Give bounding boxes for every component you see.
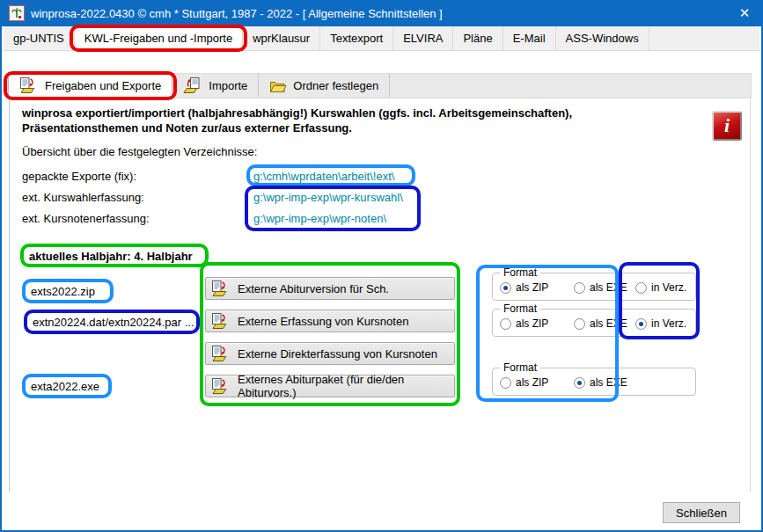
radio-circle[interactable] — [574, 318, 585, 330]
current-semester-label: aktuelles Halbjahr: 4. Halbjahr — [29, 250, 193, 263]
file-dat-par-label: extn20224.dat/extn20224.par ... — [33, 316, 194, 329]
sub-tab-bar: Freigaben und Exporte Importe — [7, 73, 752, 98]
format-legend: Format — [500, 266, 540, 279]
dir-label-kurswahl: ext. Kurswahlerfassung: — [22, 191, 144, 204]
export-direkterfassung-button[interactable]: Externe Direkterfassung von Kursnoten — [205, 342, 455, 365]
menu-tab-plaene[interactable]: Pläne — [453, 26, 503, 50]
export-icon — [211, 313, 231, 330]
export-abiturpaket-button[interactable]: Externes Abiturpaket (für die/den Abitur… — [205, 375, 455, 397]
file-exe-label: exta2022.exe — [31, 380, 99, 393]
radio-in-verz[interactable]: in Verz. — [635, 317, 686, 330]
menu-tab-kwl-freigaben[interactable]: KWL-Freigaben und -Importe — [75, 26, 243, 50]
radio-als-zip[interactable]: als ZIP — [500, 281, 548, 294]
menu-tab-bar: gp-UNTIS KWL-Freigaben und -Importe wprK… — [4, 26, 759, 51]
format-group-1: Format als ZIP als EXE in Verz. — [492, 273, 696, 301]
intro-text: winprosa exportiert/importiert (halbjahr… — [22, 106, 572, 135]
dir-label-exports: gepackte Exporte (fix): — [22, 170, 136, 183]
title-bar: winprosa-2022.0430 © cmh * Stuttgart, 19… — [2, 0, 763, 26]
app-window: winprosa-2022.0430 © cmh * Stuttgart, 19… — [0, 0, 763, 532]
export-abiturversion-button[interactable]: Externe Abiturversion für Sch. — [205, 277, 455, 300]
radio-circle[interactable] — [574, 377, 585, 389]
radio-als-exe[interactable]: als EXE — [574, 317, 627, 330]
import-icon — [183, 77, 202, 94]
radio-als-exe[interactable]: als EXE — [574, 376, 627, 389]
menu-tab-textexport[interactable]: Textexport — [320, 26, 393, 50]
radio-in-verz[interactable]: in Verz. — [635, 281, 686, 294]
format-group-3: Format als ZIP als EXE — [492, 368, 696, 396]
format-legend: Format — [500, 302, 540, 315]
menu-tab-gp-untis[interactable]: gp-UNTIS — [4, 26, 75, 50]
radio-circle[interactable] — [500, 377, 511, 389]
close-icon[interactable]: ✕ — [731, 5, 758, 21]
menu-tab-email[interactable]: E-Mail — [503, 26, 556, 50]
export-icon — [211, 346, 231, 362]
tab-freigaben-und-exporte[interactable]: Freigaben und Exporte — [8, 74, 172, 98]
export-icon — [211, 378, 231, 395]
overview-heading: Übersicht über die festgelegten Verzeich… — [22, 145, 257, 158]
radio-als-zip[interactable]: als ZIP — [500, 376, 548, 389]
export-icon — [211, 281, 231, 297]
radio-circle[interactable] — [500, 282, 511, 294]
dir-label-kursnoten: ext. Kursnotenerfassung: — [22, 212, 150, 225]
tab-ordner-festlegen[interactable]: Ordner festlegen — [259, 74, 390, 98]
footer-bar: Schließen — [4, 492, 759, 528]
tab-importe[interactable]: Importe — [172, 74, 259, 98]
radio-circle[interactable] — [574, 282, 585, 294]
info-button[interactable]: i — [712, 111, 742, 141]
file-zip-label: exts2022.zip — [31, 285, 95, 298]
radio-circle[interactable] — [635, 282, 647, 294]
folder-icon — [269, 79, 287, 93]
format-legend: Format — [500, 361, 540, 374]
radio-circle[interactable] — [500, 318, 511, 330]
radio-als-exe[interactable]: als EXE — [574, 281, 627, 294]
radio-circle[interactable] — [635, 318, 647, 330]
export-icon — [19, 77, 39, 94]
menu-tab-elvira[interactable]: ELVIRA — [393, 26, 453, 50]
dir-path-exports: g:\cmh\wprdaten\arbeit\!ext\ — [253, 170, 394, 183]
app-icon — [9, 5, 25, 21]
dir-path-kursnoten: g:\wpr-imp-exp\wpr-noten\ — [253, 212, 386, 225]
format-group-2: Format als ZIP als EXE in Verz. — [492, 309, 696, 337]
close-dialog-button[interactable]: Schließen — [663, 502, 740, 523]
window-title: winprosa-2022.0430 © cmh * Stuttgart, 19… — [31, 7, 725, 20]
content-panel: winprosa exportiert/importiert (halbjahr… — [9, 98, 751, 494]
menu-tab-wprklausur[interactable]: wprKlausur — [243, 26, 320, 50]
radio-als-zip[interactable]: als ZIP — [500, 317, 548, 330]
export-kursnoten-button[interactable]: Externe Erfassung von Kursnoten — [205, 310, 455, 332]
menu-tab-ass-windows[interactable]: ASS-Windows — [556, 26, 649, 50]
dir-path-kurswahl: g:\wpr-imp-exp\wpr-kurswahl\ — [253, 191, 403, 204]
